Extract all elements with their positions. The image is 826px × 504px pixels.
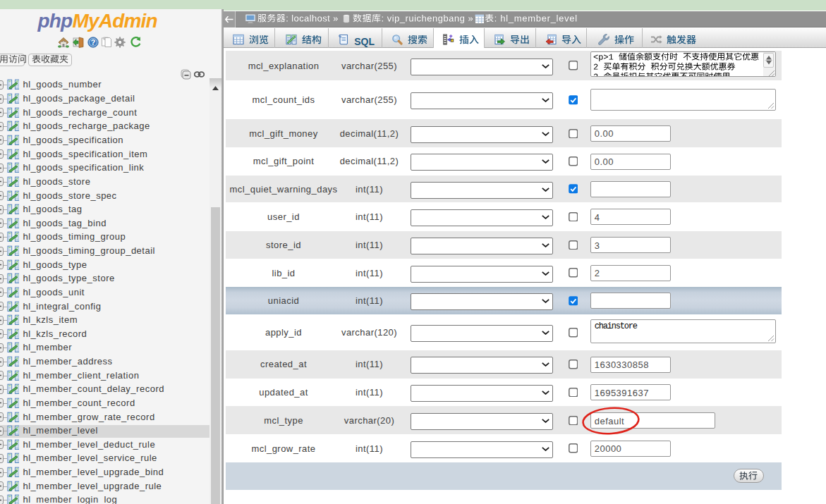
svg-text:?: ? [91, 38, 95, 47]
